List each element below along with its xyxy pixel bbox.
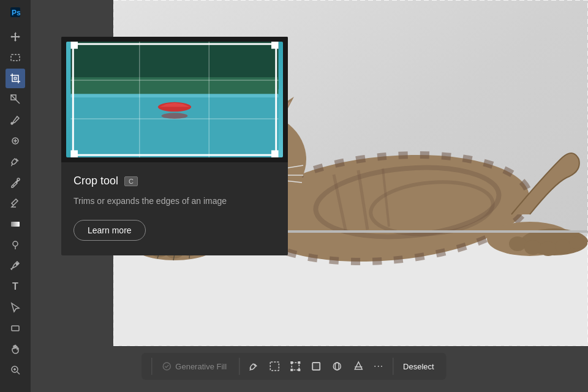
text-tool[interactable]: T (6, 277, 25, 296)
svg-point-5 (11, 123, 13, 124)
dodge-tool[interactable] (6, 235, 25, 255)
svg-point-57 (509, 236, 526, 251)
svg-line-3 (11, 95, 20, 104)
svg-point-96 (335, 363, 339, 370)
zoom-tool[interactable] (6, 360, 25, 380)
svg-point-7 (17, 178, 20, 181)
svg-rect-8 (11, 222, 20, 227)
svg-line-14 (17, 372, 20, 374)
svg-rect-89 (290, 361, 293, 364)
marquee-tool[interactable] (6, 48, 25, 67)
bottom-fill-button[interactable] (349, 357, 367, 375)
canvas-area: ↻ Crop tool C Trims or expands the edges… (31, 0, 588, 392)
tooltip-shortcut: C (124, 176, 138, 186)
svg-rect-12 (12, 326, 19, 331)
svg-point-79 (162, 113, 188, 119)
generative-fill-button[interactable]: Generative Fill (157, 359, 234, 374)
toolbar-divider-2 (239, 358, 239, 375)
move-tool[interactable] (6, 27, 25, 47)
pen-tool[interactable] (6, 256, 25, 276)
tooltip-panel: ↻ Crop tool C Trims or expands the edges… (61, 37, 288, 255)
svg-point-58 (524, 240, 541, 255)
clone-stamp-tool[interactable] (6, 173, 25, 192)
svg-rect-73 (70, 94, 278, 97)
left-toolbar: Ps (0, 0, 31, 392)
tooltip-title-row: Crop tool C (74, 175, 276, 187)
bottom-brush-button[interactable] (244, 357, 263, 375)
svg-point-60 (555, 239, 571, 253)
svg-rect-93 (312, 363, 320, 370)
brush-tool[interactable] (6, 152, 25, 172)
svg-rect-71 (70, 77, 278, 95)
crop-tool[interactable] (6, 69, 25, 88)
shape-tool[interactable] (6, 318, 25, 338)
svg-point-61 (569, 236, 584, 249)
bottom-lens-button[interactable] (328, 357, 346, 375)
selection-tool[interactable] (6, 298, 25, 317)
svg-rect-87 (270, 362, 279, 371)
more-options-label: ··· (374, 361, 383, 372)
slice-tool[interactable] (6, 89, 25, 109)
tooltip-preview: ↻ (61, 37, 288, 162)
bottom-toolbar: Generative Fill (141, 353, 446, 380)
tooltip-content: Crop tool C Trims or expands the edges o… (61, 162, 288, 255)
bottom-transform-button[interactable] (286, 357, 304, 375)
learn-more-button[interactable]: Learn more (74, 220, 146, 241)
svg-rect-83 (70, 150, 78, 157)
svg-rect-81 (70, 42, 78, 49)
hand-tool[interactable] (6, 339, 25, 359)
more-options-button[interactable]: ··· (369, 357, 388, 375)
tooltip-title: Crop tool (74, 175, 118, 187)
preview-image (66, 42, 283, 157)
bottom-vignette-button[interactable] (307, 357, 325, 375)
svg-point-11 (17, 263, 18, 265)
toolbar-divider-3 (393, 358, 393, 375)
svg-rect-2 (11, 55, 20, 61)
toolbar-divider-left (151, 358, 152, 375)
eyedropper-tool[interactable] (6, 110, 25, 130)
healing-brush-tool[interactable] (6, 131, 25, 151)
eraser-tool[interactable] (6, 194, 25, 213)
svg-rect-84 (271, 150, 279, 157)
deselect-button[interactable]: Deselect (398, 360, 439, 374)
bottom-selection-button[interactable] (265, 357, 284, 375)
svg-rect-90 (298, 361, 300, 364)
svg-rect-82 (271, 42, 279, 49)
svg-rect-92 (298, 369, 300, 371)
svg-point-95 (333, 363, 341, 370)
svg-point-59 (540, 241, 557, 256)
app-logo: Ps (6, 2, 25, 22)
tooltip-description: Trims or expands the edges of an image (74, 195, 276, 208)
svg-text:Ps: Ps (12, 9, 21, 17)
svg-point-9 (13, 241, 18, 246)
generative-fill-label: Generative Fill (175, 362, 227, 371)
gradient-tool[interactable] (6, 214, 25, 234)
svg-rect-91 (290, 369, 293, 371)
